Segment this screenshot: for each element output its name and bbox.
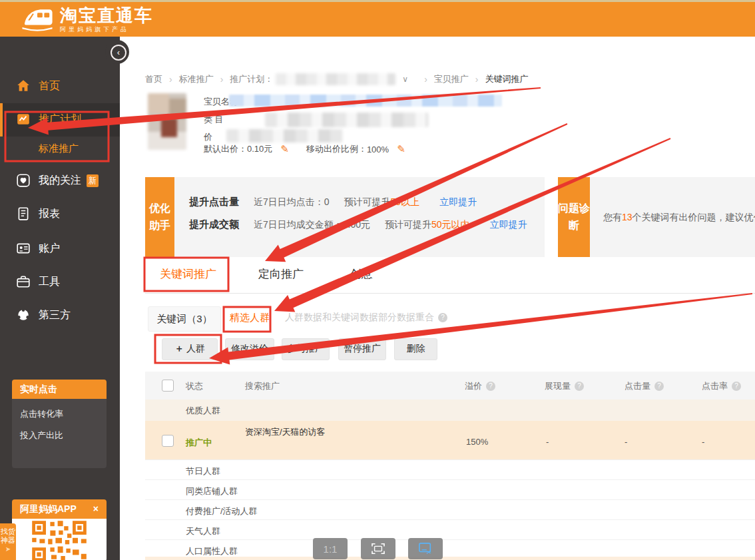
home-icon <box>16 79 31 93</box>
breadcrumb: 首页 › 标准推广 › 推广计划： ∨ › 宝贝推广 › 关键词推广 <box>145 73 528 85</box>
zoom-1-1-button[interactable]: 1:1 <box>313 538 348 559</box>
select-all-checkbox[interactable] <box>162 380 174 392</box>
tab-creative[interactable]: 创意 <box>350 266 373 282</box>
default-bid-label: 默认出价： <box>204 143 247 155</box>
screenshot-button[interactable]: ✂ <box>408 538 443 559</box>
qr-code <box>23 519 96 560</box>
col-status: 状态 <box>186 380 203 392</box>
col-impressions: 展现量? <box>545 380 584 392</box>
realtime-clicks-title: 实时点击 <box>20 380 57 399</box>
diagnosis-tab: 问题诊断 <box>558 177 590 257</box>
subtab-keywords[interactable]: 关键词（3） <box>148 306 221 332</box>
delete-button[interactable]: 删除 <box>394 338 437 360</box>
col-ctr: 点击率? <box>702 380 741 392</box>
app-promo-title: 阿里妈妈APP <box>20 499 77 519</box>
impressions-value: - <box>546 437 549 447</box>
sidebar-item-home[interactable]: 首页 <box>0 72 120 100</box>
campaign-icon <box>16 112 31 127</box>
help-icon[interactable]: ? <box>438 313 447 322</box>
sidebar-collapse-button[interactable]: ‹ <box>111 45 126 61</box>
goods-finder-tag[interactable]: 找货 神器 ➤ <box>0 523 16 560</box>
help-icon[interactable]: ? <box>654 382 664 391</box>
table-row-active-audience[interactable]: 推广中 资深淘宝/天猫的访客 150% - - - <box>145 421 755 459</box>
product-category-redacted <box>265 113 428 127</box>
fit-screen-button[interactable] <box>361 538 395 559</box>
product-price-redacted <box>226 129 343 142</box>
sidebar-item-account[interactable]: 账户 <box>0 234 120 262</box>
snip-icon: ✂ <box>417 542 433 555</box>
boost-now-link[interactable]: 立即提升 <box>490 219 527 231</box>
add-audience-button[interactable]: ＋ 人群 <box>162 338 218 360</box>
sidebar-item-third-party[interactable]: 第三方 <box>0 301 120 329</box>
product-category-label: 类 目 <box>204 114 224 126</box>
link-roi[interactable]: 投入产出比 <box>20 429 99 441</box>
pause-promo-button[interactable]: 暂停推广 <box>338 338 386 360</box>
crumb-home[interactable]: 首页 <box>145 73 162 85</box>
tag-arrow-icon: ➤ <box>5 545 11 553</box>
optimizer-tab: 优化助手 <box>145 177 174 257</box>
row-checkbox[interactable] <box>162 435 174 447</box>
train-icon <box>20 5 55 35</box>
table-header: 状态 搜索推广 溢价? 展现量? 点击量? 点击率? <box>145 372 755 400</box>
tab-keyword-promo[interactable]: 关键词推广 <box>160 266 216 282</box>
product-name-redacted <box>229 95 502 107</box>
logo-subtitle: 阿里妈妈旗下产品 <box>60 25 153 34</box>
default-bid-value: 0.10元 <box>247 143 272 155</box>
link-click-conversion[interactable]: 点击转化率 <box>20 408 99 420</box>
crumb-standard[interactable]: 标准推广 <box>179 73 214 85</box>
diagnosis-panel: 您有13个关键词有出价问题，建议优化。 立即优化 <box>590 177 755 257</box>
realtime-clicks-panel: 实时点击 点击转化率 投入产出比 <box>12 380 107 468</box>
sidebar-item-campaigns[interactable]: 推广计划 <box>0 105 120 133</box>
subtab-audience[interactable]: 精选人群 <box>230 312 270 324</box>
report-icon <box>16 206 31 221</box>
sidebar-item-reports[interactable]: 报表 <box>0 200 120 228</box>
audience-name: 资深淘宝/天猫的访客 <box>245 426 326 438</box>
sidebar-item-standard-promo[interactable]: 标准推广 <box>39 142 79 155</box>
premium-value: 150% <box>466 437 488 447</box>
campaign-name-redacted[interactable] <box>276 73 395 85</box>
audience-note: 人群数据和关键词数据部分数据重合 ? <box>285 312 447 324</box>
group-row-similar-shops[interactable]: 同类店铺人群 <box>145 479 755 500</box>
optimizer-row-clicks: 提升点击量 近7日日均点击：0 预计可提升 50以上 立即提升 <box>189 196 477 208</box>
group-row-premium-audience[interactable]: 优质人群 <box>145 400 755 421</box>
group-row-holiday[interactable]: 节日人群 <box>145 459 755 480</box>
tab-targeted-promo[interactable]: 定向推广 <box>258 266 304 282</box>
next-row-edge <box>145 557 755 560</box>
plus-icon: ＋ <box>174 343 184 354</box>
svg-text:✂: ✂ <box>427 549 432 555</box>
chevron-down-icon[interactable]: ∨ <box>402 75 408 84</box>
mobile-ratio-value: 100% <box>367 144 389 154</box>
crumb-item-promo[interactable]: 宝贝推广 <box>434 73 469 85</box>
edit-bid-icon[interactable]: ✎ <box>280 143 289 155</box>
fullscreen-icon <box>371 543 385 555</box>
new-badge: 新 <box>87 174 99 187</box>
app-promo-panel: 阿里妈妈APP × <box>12 499 107 560</box>
logo-title: 淘宝直通车 <box>60 7 153 24</box>
group-row-demographics[interactable]: 人口属性人群 <box>145 539 755 559</box>
crumb-separator: › <box>169 74 172 85</box>
modify-premium-button[interactable]: 修改溢价 <box>225 338 274 360</box>
optimizer-panel: 提升点击量 近7日日均点击：0 预计可提升 50以上 立即提升 提升成交额 近7… <box>174 177 545 257</box>
bid-settings-row: 默认出价： 0.10元 ✎ 移动出价比例： 100% ✎ <box>204 143 423 155</box>
sidebar-item-tools[interactable]: 工具 <box>0 268 120 296</box>
app-logo[interactable]: 淘宝直通车 阿里妈妈旗下产品 <box>20 5 153 35</box>
help-icon[interactable]: ? <box>732 382 741 391</box>
ctr-value: - <box>702 437 704 447</box>
issue-count: 13 <box>622 212 632 222</box>
help-icon[interactable]: ? <box>575 382 584 391</box>
help-icon[interactable]: ? <box>486 382 495 391</box>
join-promo-button[interactable]: 参与推广 <box>282 338 330 360</box>
third-party-icon <box>16 308 31 322</box>
status-badge: 推广中 <box>186 437 212 449</box>
toolbox-icon <box>16 274 31 289</box>
product-price-label: 价 <box>204 131 212 143</box>
close-icon[interactable]: × <box>93 499 99 519</box>
crumb-campaign-label: 推广计划： <box>230 73 273 85</box>
group-row-weather[interactable]: 天气人群 <box>145 519 755 540</box>
tabs-divider <box>145 293 755 294</box>
boost-now-link[interactable]: 立即提升 <box>439 196 477 208</box>
edit-ratio-icon[interactable]: ✎ <box>397 143 405 155</box>
sidebar-item-favorites[interactable]: 我的关注 新 <box>0 166 120 194</box>
clicks-value: - <box>625 437 627 447</box>
group-row-paid-activity[interactable]: 付费推广/活动人群 <box>145 499 755 520</box>
